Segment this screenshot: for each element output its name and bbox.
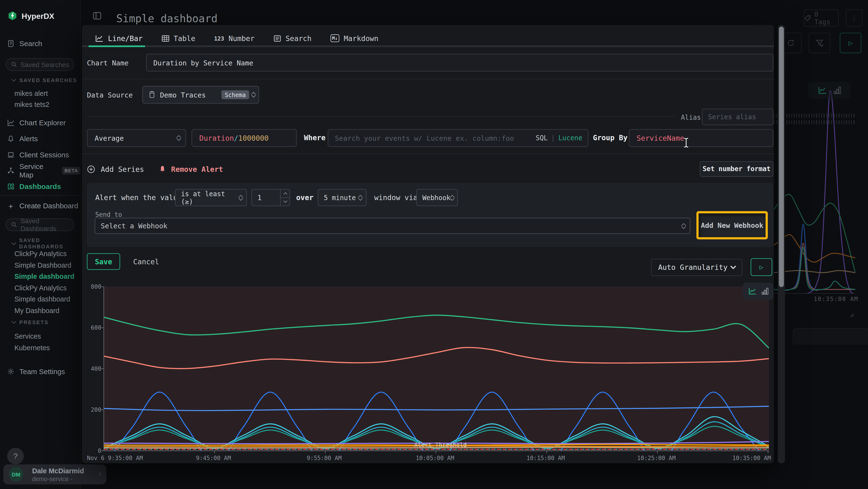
formula-separator: / — [234, 134, 238, 142]
user-card[interactable]: DM Dale McDiarmid demo-service - › — [3, 464, 106, 484]
tab-markdown[interactable]: M↓ Markdown — [330, 34, 378, 42]
chevron-down-icon — [11, 77, 16, 82]
alias-label: Alias — [681, 114, 701, 121]
chart-plot-area: Alert Threshold — [103, 287, 769, 451]
create-dashboard-button[interactable]: + Create Dashboard — [0, 201, 80, 211]
dashboard-item[interactable]: ClickPy Analytics — [14, 248, 67, 259]
presets-section[interactable]: PRESETS — [12, 319, 49, 325]
service-map-icon — [7, 167, 14, 174]
tags-button[interactable]: 0 Tags — [804, 9, 839, 27]
alert-channel-select[interactable]: Webhook — [416, 189, 458, 206]
saved-search-item[interactable]: mikes alert — [14, 88, 48, 99]
saved-dashboards-input[interactable]: Saved Dashboards — [5, 219, 74, 231]
avatar: DM — [9, 467, 23, 482]
granularity-select[interactable]: Auto Granularity — [651, 259, 742, 276]
sidebar-item-service-map[interactable]: Service Map BETA — [0, 165, 80, 176]
bar-chart-icon[interactable] — [762, 288, 768, 295]
brand-name: HyperDX — [22, 11, 55, 20]
page-title: Simple dashboard — [116, 12, 217, 25]
chart-type-toggle[interactable] — [743, 283, 773, 300]
sidebar-item-alerts[interactable]: Alerts — [0, 134, 80, 144]
modal-scrollbar-thumb[interactable] — [779, 27, 784, 287]
alert-condition-select[interactable]: is at least (≥) — [175, 189, 247, 206]
x-tick-label: 9:45:00 AM — [196, 455, 231, 461]
line-chart-icon — [95, 34, 103, 42]
sidebar-item-chart-explorer[interactable]: Chart Explorer — [0, 118, 80, 128]
hyperdx-logo-icon — [8, 11, 17, 21]
number-stepper[interactable] — [280, 190, 289, 206]
group-by-input[interactable]: ServiceName — [629, 129, 773, 147]
x-tick-label: 10:35:00 AM — [733, 455, 771, 461]
y-tick-label: 800 — [85, 283, 101, 290]
sidebar-toggle-button[interactable] — [93, 11, 101, 22]
alert-window-select[interactable]: 5 minute — [318, 189, 367, 206]
saved-search-item[interactable]: mikes tets2 — [14, 99, 50, 110]
saved-dashboards-section[interactable]: SAVED DASHBOARDS — [12, 237, 80, 250]
tab-line-bar[interactable]: Line/Bar — [95, 34, 143, 42]
aggregation-select[interactable]: Average — [87, 129, 186, 147]
document-icon — [7, 40, 14, 47]
save-button[interactable]: Save — [87, 253, 120, 270]
data-source-select[interactable]: Demo Traces Schema — [142, 86, 259, 104]
panel-toggle-icon — [93, 11, 101, 20]
dashboard-item[interactable]: ClickPy Analytics — [14, 283, 67, 293]
remove-alert-button[interactable]: Remove Alert — [159, 162, 223, 176]
chart-name-input[interactable]: Duration by Service Name — [146, 54, 773, 71]
x-tick-label: Nov 6 9:35:00 AM — [87, 455, 143, 461]
run-query-button[interactable]: ▷ — [840, 33, 862, 53]
tab-search[interactable]: Search — [273, 34, 311, 42]
x-tick-label: 10:15:00 AM — [526, 455, 565, 461]
select-chevrons-icon — [359, 195, 362, 200]
x-tick-label: 10:05:00 AM — [416, 455, 454, 461]
window-via-label: window via — [374, 193, 417, 202]
line-chart-icon[interactable] — [748, 288, 756, 295]
dashboard-item-active[interactable]: Simple dashboard — [14, 271, 74, 282]
bar-chart-icon[interactable] — [834, 86, 841, 94]
resize-handle-icon[interactable] — [849, 312, 854, 318]
sidebar-item-client-sessions[interactable]: Client Sessions — [0, 150, 80, 160]
formula-input[interactable]: Duration/1000000 — [191, 129, 297, 147]
alias-input[interactable]: Series alias — [702, 109, 773, 125]
sql-toggle[interactable]: SQL — [536, 134, 548, 142]
bg-chart-type-toggle[interactable] — [808, 82, 850, 99]
brand[interactable]: HyperDX — [8, 11, 54, 21]
sidebar-item-team-settings[interactable]: Team Settings — [0, 366, 80, 377]
set-number-format-button[interactable]: Set number format — [700, 161, 773, 177]
chart-play-button[interactable]: ▷ — [751, 258, 772, 276]
webhook-select[interactable]: Select a Webhook — [95, 218, 690, 234]
chevron-down-icon — [730, 265, 736, 269]
where-search-input[interactable]: Search your events w/ Lucene ex. column:… — [328, 129, 588, 147]
chart-explorer-icon — [7, 119, 14, 126]
lucene-toggle[interactable]: Lucene — [558, 134, 583, 142]
line-chart-icon[interactable] — [818, 86, 827, 94]
cancel-button[interactable]: Cancel — [126, 253, 166, 270]
kebab-menu-button[interactable]: ⋮ — [846, 9, 863, 27]
dashboard-item[interactable]: Simple dashboard — [14, 294, 70, 304]
saved-searches-section[interactable]: SAVED SEARCHES — [12, 77, 77, 83]
send-to-label: Send to — [95, 210, 122, 218]
y-tick-label: 0 — [85, 447, 101, 454]
dashboard-item[interactable]: My Dashboard — [14, 305, 60, 316]
help-button[interactable]: ? — [7, 448, 24, 464]
sidebar-item-dashboards[interactable]: Dashboards — [0, 181, 80, 192]
add-new-webhook-button[interactable]: Add New Webhook — [696, 211, 768, 239]
stepper-up-icon[interactable] — [281, 190, 289, 198]
database-icon — [148, 91, 156, 99]
sidebar-item-search[interactable]: Search — [0, 38, 80, 49]
add-series-button[interactable]: Add Series — [87, 162, 144, 176]
tab-number[interactable]: 123 Number — [214, 34, 255, 42]
beta-badge: BETA — [62, 167, 80, 174]
play-icon: ▷ — [848, 39, 853, 47]
tab-table[interactable]: Table — [161, 34, 195, 42]
filter-button[interactable] — [809, 33, 830, 53]
play-icon: ▷ — [760, 263, 764, 271]
alert-value-input[interactable]: 1 — [251, 189, 290, 206]
dashboard-item[interactable]: Simple Dashboard — [14, 260, 71, 270]
x-tick-label: 9:55:00 AM — [307, 455, 342, 461]
saved-searches-input[interactable]: Saved Searches — [5, 58, 74, 71]
select-chevrons-icon — [451, 195, 454, 200]
background-panel — [793, 328, 868, 345]
preset-item[interactable]: Kubernetes — [14, 343, 50, 353]
stepper-down-icon[interactable] — [281, 198, 289, 206]
preset-item[interactable]: Services — [14, 331, 41, 342]
